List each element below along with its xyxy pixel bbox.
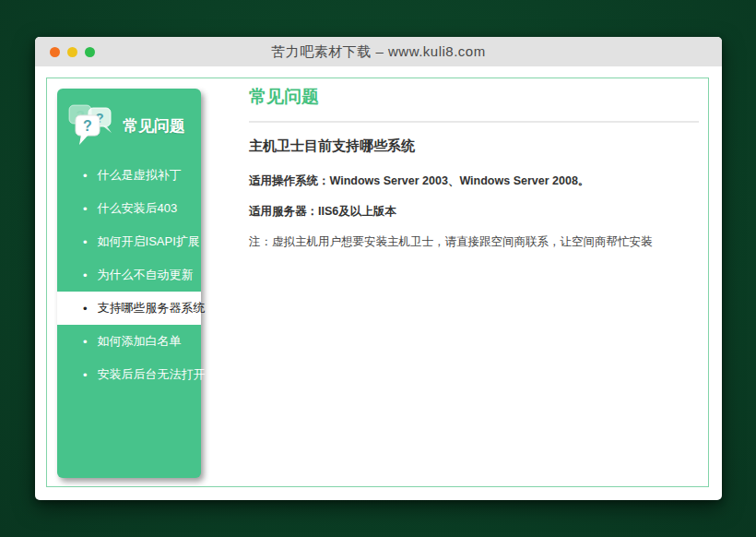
question-title: 主机卫士目前支持哪些系统 bbox=[249, 137, 703, 155]
sidebar-item[interactable]: •如何添加白名单 bbox=[57, 325, 201, 358]
sidebar-menu: •什么是虚拟补丁•什么安装后403•如何开启ISAPI扩展•为什么不自动更新•支… bbox=[57, 159, 201, 391]
titlebar: 苦力吧素材下载 – www.kuli8.com bbox=[35, 37, 722, 66]
bullet-icon: • bbox=[83, 203, 88, 215]
sidebar-item-label: 如何开启ISAPI扩展 bbox=[98, 233, 200, 250]
window-title: 苦力吧素材下载 – www.kuli8.com bbox=[271, 43, 485, 61]
sidebar-item-label: 如何添加白名单 bbox=[98, 333, 182, 350]
page-title: 常见问题 bbox=[249, 85, 703, 109]
bullet-icon: • bbox=[83, 269, 88, 281]
bullet-icon: • bbox=[83, 336, 88, 348]
sidebar-header: ? ? ? 常见问题 bbox=[57, 89, 201, 148]
answer-paragraph: 适用服务器：IIS6及以上版本 bbox=[249, 206, 703, 218]
bullet-icon: • bbox=[83, 236, 88, 248]
sidebar-item[interactable]: •安装后后台无法打开 bbox=[57, 358, 201, 391]
svg-text:?: ? bbox=[83, 118, 92, 134]
sidebar-item-active[interactable]: •支持哪些服务器系统 bbox=[57, 292, 201, 325]
title-divider bbox=[249, 121, 699, 123]
browser-window: 苦力吧素材下载 – www.kuli8.com ? ? bbox=[35, 37, 722, 500]
answer-paragraph: 注：虚拟主机用户想要安装主机卫士，请直接跟空间商联系，让空间商帮忙安装 bbox=[249, 236, 703, 248]
sidebar-item-label: 为什么不自动更新 bbox=[98, 267, 194, 283]
sidebar-item[interactable]: •什么是虚拟补丁 bbox=[57, 159, 201, 192]
main-article: 常见问题 主机卫士目前支持哪些系统 适用操作系统：Windows Server … bbox=[249, 85, 703, 267]
bullet-icon: • bbox=[83, 170, 88, 182]
answer-paragraph: 适用操作系统：Windows Server 2003、Windows Serve… bbox=[249, 175, 703, 187]
sidebar-item[interactable]: •什么安装后403 bbox=[57, 192, 201, 225]
sidebar-item-label: 什么是虚拟补丁 bbox=[98, 167, 182, 184]
sidebar-title: 常见问题 bbox=[123, 115, 185, 137]
bullet-icon: • bbox=[83, 303, 88, 315]
sidebar-item[interactable]: •如何开启ISAPI扩展 bbox=[57, 225, 201, 258]
traffic-lights bbox=[50, 37, 95, 66]
sidebar-item-label: 安装后后台无法打开 bbox=[98, 366, 206, 383]
bullet-icon: • bbox=[83, 369, 88, 381]
page-content: ? ? ? 常见问题 •什么是虚拟 bbox=[35, 66, 722, 500]
maximize-dot-icon[interactable] bbox=[85, 47, 95, 57]
minimize-dot-icon[interactable] bbox=[67, 47, 77, 57]
sidebar-item-label: 支持哪些服务器系统 bbox=[98, 300, 206, 316]
faq-sidebar: ? ? ? 常见问题 •什么是虚拟 bbox=[57, 89, 201, 478]
sidebar-item-label: 什么安装后403 bbox=[98, 200, 178, 217]
sidebar-item[interactable]: •为什么不自动更新 bbox=[57, 258, 201, 292]
answer-paragraphs: 适用操作系统：Windows Server 2003、Windows Serve… bbox=[249, 175, 703, 248]
close-dot-icon[interactable] bbox=[50, 47, 60, 57]
faq-speech-bubbles-icon: ? ? ? bbox=[68, 102, 118, 149]
